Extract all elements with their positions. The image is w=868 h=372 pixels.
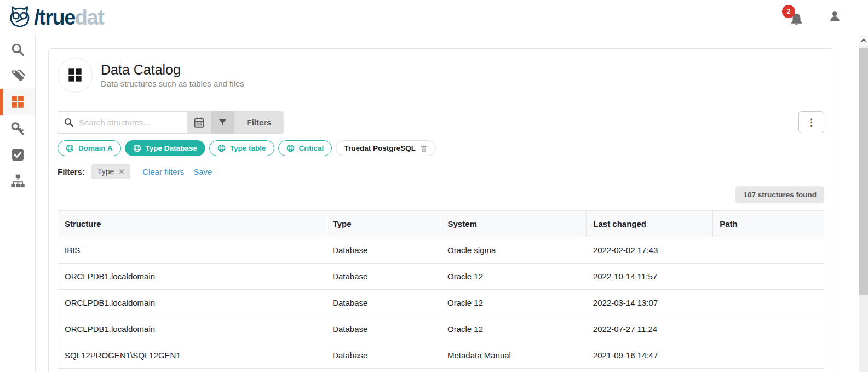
cell-system: Metadata Manual (441, 342, 587, 369)
table-row[interactable]: ORCLPDB1.localdomainDatabaseOracle 12202… (58, 264, 824, 290)
table-row[interactable]: SQL12PROGEN1\SQL12GEN1DatabaseMetadata M… (58, 342, 824, 369)
truedat-logo[interactable]: /truedat (8, 4, 104, 31)
filter-chip-domain-a[interactable]: Domain A (58, 140, 121, 156)
chip-label: Truedat PostgreSQL (344, 144, 416, 152)
applied-filters-bar: Filters: Type✕ Clear filters Save (58, 164, 824, 179)
table-header-row: StructureTypeSystemLast changedPath (58, 211, 824, 237)
cell-last-changed: 2022-02-02 17:43 (587, 237, 713, 264)
globe-icon (217, 144, 226, 152)
cell-type: Database (326, 237, 441, 264)
remove-filter-icon[interactable]: ✕ (118, 168, 124, 176)
sidebar-item-key[interactable] (0, 115, 35, 141)
main-content: Data Catalog Data structures such as tab… (36, 35, 859, 372)
cell-type: Database (326, 316, 441, 342)
cell-path (713, 237, 824, 264)
tags-icon (10, 68, 25, 83)
calendar-icon (193, 117, 205, 128)
data-catalog-card: Data Catalog Data structures such as tab… (48, 48, 833, 372)
column-header-system[interactable]: System (441, 211, 587, 237)
notifications-button[interactable]: 2 (787, 8, 804, 27)
cell-path (713, 290, 824, 316)
app-header: /truedat 2 (0, 0, 868, 35)
filters-label: Filters: (58, 167, 85, 176)
sidebar-item-sitemap[interactable] (0, 168, 35, 194)
check-square-icon (11, 148, 25, 162)
trash-icon[interactable] (420, 145, 428, 152)
column-header-last-changed[interactable]: Last changed (587, 211, 713, 237)
user-icon (828, 9, 842, 23)
filter-chip-type-database[interactable]: Type Database (125, 140, 205, 156)
sidebar-item-check-square[interactable] (0, 141, 35, 168)
scroll-up-button[interactable] (859, 35, 868, 46)
cell-type: Database (326, 264, 441, 290)
sidebar-item-grid[interactable] (0, 89, 35, 115)
cell-structure: ORCLPDB1.localdomain (58, 290, 326, 316)
column-header-type[interactable]: Type (326, 211, 441, 237)
column-header-structure[interactable]: Structure (58, 211, 326, 237)
sidebar-item-tags[interactable] (0, 62, 35, 89)
applied-filter-label: Type (97, 167, 114, 176)
sidebar-nav (0, 35, 36, 372)
cell-type: Database (326, 342, 441, 369)
cell-system: Oracle 12 (441, 290, 587, 316)
cell-last-changed: 2022-07-27 11:24 (587, 316, 713, 342)
catalog-grid-icon (58, 58, 93, 93)
cell-type: Database (326, 290, 441, 316)
filters-button[interactable]: Filters (234, 111, 284, 134)
chip-label: Domain A (78, 144, 113, 152)
globe-icon (133, 144, 141, 152)
cell-path (713, 342, 824, 369)
search-icon (10, 42, 25, 57)
filter-chip-critical[interactable]: Critical (278, 140, 332, 156)
cell-structure: IBIS (58, 237, 326, 264)
cell-last-changed: 2022-03-14 13:07 (587, 290, 713, 316)
sidebar-item-search[interactable] (0, 36, 35, 62)
brand-wordmark: /truedat (34, 7, 104, 28)
cell-last-changed: 2022-10-14 11:57 (587, 264, 713, 290)
clear-filters-link[interactable]: Clear filters (142, 167, 184, 176)
cell-last-changed: 2021-09-16 14:47 (587, 342, 713, 369)
key-icon (10, 121, 25, 136)
vertical-scrollbar (859, 35, 868, 372)
globe-icon (66, 144, 74, 152)
filter-chip-truedat-postgresql[interactable]: Truedat PostgreSQL (336, 140, 436, 156)
chip-label: Type Database (146, 144, 197, 152)
page-subtitle: Data structures such as tables and files (101, 79, 244, 88)
user-menu-button[interactable] (828, 9, 842, 25)
cell-structure: ORCLPDB1.localdomain (58, 264, 326, 290)
notification-count-badge: 2 (782, 5, 795, 18)
filter-funnel-button[interactable] (211, 111, 234, 134)
funnel-icon (217, 117, 228, 128)
catalog-header: Data Catalog Data structures such as tab… (58, 58, 824, 93)
cell-path (713, 264, 824, 290)
toolbar: Filters ⋮ (58, 111, 824, 134)
cell-structure: SQL12PROGEN1\SQL12GEN1 (58, 342, 326, 369)
table-row[interactable]: ORCLPDB1.localdomainDatabaseOracle 12202… (58, 290, 824, 316)
structures-table: StructureTypeSystemLast changedPath IBIS… (58, 210, 824, 369)
search-icon (64, 117, 74, 130)
table-row[interactable]: IBISDatabaseOracle sigma2022-02-02 17:43 (58, 237, 824, 264)
table-row[interactable]: ORCLPDB1.localdomainDatabaseOracle 12202… (58, 316, 824, 342)
calendar-filter-button[interactable] (187, 111, 211, 134)
chip-label: Critical (299, 144, 324, 152)
globe-icon (286, 144, 295, 152)
cell-path (713, 316, 824, 342)
more-options-button[interactable]: ⋮ (798, 111, 824, 133)
scrollbar-thumb[interactable] (859, 48, 868, 295)
chip-label: Type table (230, 144, 266, 152)
filter-chips-row: Domain AType DatabaseType tableCriticalT… (58, 140, 824, 156)
kebab-icon: ⋮ (807, 118, 816, 127)
page-title: Data Catalog (101, 62, 244, 78)
filter-chip-type-table[interactable]: Type table (209, 140, 274, 156)
cell-system: Oracle 12 (441, 264, 587, 290)
save-filters-link[interactable]: Save (193, 167, 212, 176)
applied-filter-type: Type✕ (91, 164, 130, 179)
cell-system: Oracle sigma (441, 237, 587, 264)
column-header-path[interactable]: Path (713, 211, 824, 237)
cell-structure: ORCLPDB1.localdomain (58, 316, 326, 342)
search-input[interactable] (58, 111, 187, 134)
sitemap-icon (10, 174, 25, 188)
chevron-up-icon (860, 37, 867, 44)
grid-icon (10, 95, 25, 109)
results-count-badge: 107 structures found (735, 186, 824, 203)
